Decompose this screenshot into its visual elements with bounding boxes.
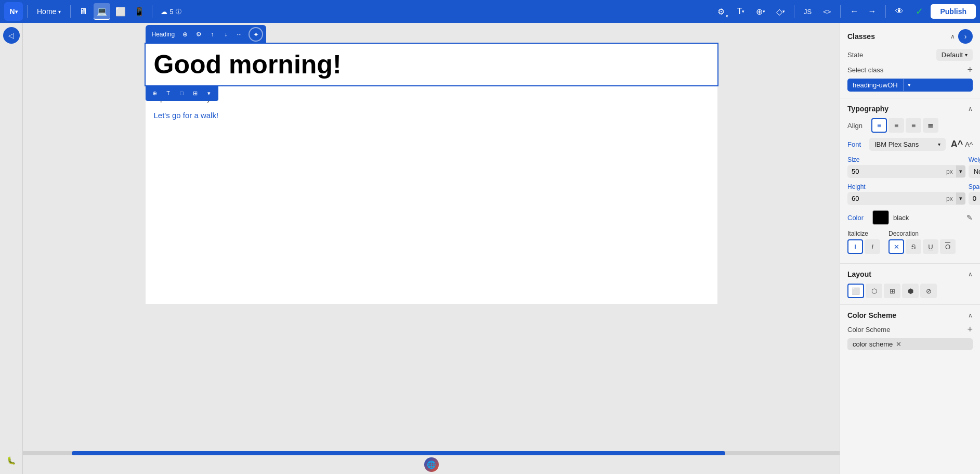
height-unit-dropdown[interactable]: ▾ [956, 193, 965, 204]
color-scheme-collapse-icon[interactable]: ∧ [968, 312, 973, 319]
align-left-btn[interactable]: ≡ [871, 118, 887, 133]
color-scheme-remove-btn[interactable]: ✕ [896, 340, 901, 348]
settings-btn[interactable]: ⚙ ▾ [713, 3, 729, 20]
font-decrease-btn[interactable]: A^ [965, 140, 973, 148]
redo-btn[interactable]: → [864, 3, 880, 20]
heading-up-btn[interactable]: ↑ [206, 28, 218, 41]
preview-btn[interactable]: 👁 [891, 3, 908, 20]
canvas-scroll[interactable]: Heading ⊕ ⚙ ↑ ↓ ··· ✦ Good morning! ⊕ [23, 23, 840, 451]
undo-btn[interactable]: ← [846, 3, 863, 20]
color-swatch[interactable] [872, 210, 889, 225]
layout-title: Layout [847, 270, 871, 278]
weight-dropdown[interactable]: Normal ▾ [969, 165, 980, 178]
add-class-btn[interactable]: + [967, 65, 973, 74]
overline-btn[interactable]: O [940, 239, 956, 254]
height-unit: px [943, 193, 956, 205]
inline-dropdown-btn[interactable]: ▾ [203, 87, 215, 99]
sidebar-bottom: 🐛 [4, 453, 19, 474]
desktop-view-btn[interactable]: 🖥 [75, 3, 92, 20]
heading-settings-btn[interactable]: ⚙ [192, 28, 205, 41]
align-right-btn[interactable]: ≡ [906, 118, 921, 133]
heading-move-btn[interactable]: ⊕ [179, 28, 191, 41]
color-scheme-add-row: Color Scheme + [847, 325, 973, 334]
home-chevron-icon: ▾ [58, 9, 61, 15]
spacing-input[interactable] [969, 192, 980, 205]
heading-down-btn[interactable]: ↓ [219, 28, 232, 41]
nav-home-link[interactable]: Home ▾ [32, 5, 66, 18]
js-btn[interactable]: JS [800, 6, 816, 18]
add-color-scheme-btn[interactable]: + [967, 325, 973, 334]
mobile-view-btn[interactable]: 📱 [131, 3, 148, 20]
nav-right-area: ⚙ ▾ T ▾ ⊕ ▾ ◇ ▾ JS <> ← → 👁 ✓ Publish [713, 3, 976, 20]
inline-box-icon[interactable]: □ [176, 87, 188, 99]
align-center-btn[interactable]: ≡ [888, 118, 904, 133]
size-unit: px [943, 165, 956, 178]
nav-separator-4 [794, 5, 794, 18]
logo-button[interactable]: N ▾ [4, 2, 23, 21]
layout-grid-btn[interactable]: ⊞ [884, 284, 900, 298]
layout-block-btn[interactable]: ⬜ [847, 284, 864, 298]
italic-btn[interactable]: I [865, 239, 880, 254]
code-btn[interactable]: <> [819, 6, 835, 18]
font-label: Font [847, 140, 866, 148]
code-view-btn[interactable]: ◇ ▾ [772, 3, 789, 20]
state-chevron-icon: ▾ [965, 52, 968, 58]
no-decoration-btn[interactable]: ✕ [888, 239, 904, 254]
sidebar-toggle-btn[interactable]: ◁ [3, 27, 20, 44]
diamond-icon: ◇ [776, 7, 782, 17]
canvas-link[interactable]: Let's go for a walk! [154, 111, 219, 120]
font-increase-btn[interactable]: A^ [951, 139, 963, 150]
font-size-btns: A^ A^ [951, 139, 973, 150]
spacing-input-group: px ▾ [969, 192, 980, 205]
align-justify-btn[interactable]: ≣ [923, 118, 938, 133]
main-layout: ◁ 🐛 Heading ⊕ ⚙ ↑ ↓ ··· ✦ [0, 23, 980, 474]
layout-section: Layout ∧ ⬜ ⬡ ⊞ ⬢ ⊘ [840, 264, 980, 305]
font-value: IBM Plex Sans [874, 140, 919, 148]
height-label: Height [847, 183, 965, 190]
normal-italic-btn[interactable]: I [847, 239, 863, 254]
class-chip-dropdown[interactable]: heading-uwOH ▾ [847, 79, 973, 92]
info-icon: ⓘ [176, 8, 181, 16]
layout-columns-btn[interactable]: ⬢ [902, 284, 919, 298]
inline-text-icon[interactable]: T [162, 87, 175, 99]
undo-redo-group: ← → [846, 3, 880, 20]
tablet-view-btn[interactable]: ⬜ [112, 3, 129, 20]
globe-btn[interactable]: 🌐 [424, 457, 439, 472]
classes-expand-btn[interactable]: › [958, 29, 973, 44]
layout-flex-btn[interactable]: ⬡ [866, 284, 882, 298]
inline-move-icon[interactable]: ⊕ [149, 87, 161, 99]
text-tool-btn[interactable]: T ▾ [733, 3, 749, 20]
home-label: Home [37, 7, 56, 16]
add-element-btn[interactable]: ⊕ ▾ [752, 3, 769, 20]
font-dropdown[interactable]: IBM Plex Sans ▾ [869, 138, 946, 151]
magic-wand-btn[interactable]: ✦ [249, 27, 263, 42]
canvas-link-text: Let's go for a walk! [146, 111, 717, 128]
layout-none-btn[interactable]: ⊘ [920, 284, 937, 298]
height-input[interactable] [847, 192, 943, 205]
canvas-area: Heading ⊕ ⚙ ↑ ↓ ··· ✦ Good morning! ⊕ [23, 23, 840, 474]
weight-col: Weight Normal ▾ [969, 156, 980, 178]
classes-collapse-icon[interactable]: ∧ [950, 33, 955, 40]
strikethrough-btn[interactable]: S [906, 239, 921, 254]
layout-collapse-icon[interactable]: ∧ [968, 271, 973, 278]
underline-btn[interactable]: U [923, 239, 938, 254]
size-weight-row: Size px ▾ Weight Normal ▾ [847, 156, 973, 178]
size-unit-dropdown[interactable]: ▾ [956, 165, 965, 177]
logo-icon: N [9, 7, 15, 16]
heading-more-btn[interactable]: ··· [233, 28, 245, 41]
size-input[interactable] [847, 165, 943, 178]
bug-report-btn[interactable]: 🐛 [4, 453, 19, 468]
state-dropdown[interactable]: Default ▾ [936, 49, 973, 61]
save-status-btn[interactable]: ✓ [911, 3, 927, 20]
laptop-view-btn[interactable]: 💻 [94, 3, 110, 20]
right-panel: Classes ∧ › State Default ▾ Select class… [840, 23, 980, 474]
decoration-label: Decoration [888, 230, 956, 237]
cloud-save-btn[interactable]: ☁ 5 ⓘ [156, 6, 185, 18]
heading-element[interactable]: Good morning! ⊕ T □ ⊞ ▾ [146, 44, 717, 85]
publish-button[interactable]: Publish [931, 4, 976, 19]
inline-grid-icon[interactable]: ⊞ [189, 87, 202, 99]
canvas-scrollbar[interactable] [23, 451, 840, 455]
typography-collapse-icon[interactable]: ∧ [968, 105, 973, 112]
state-label: State [847, 51, 863, 59]
eyedropper-icon[interactable]: ✎ [966, 213, 973, 222]
